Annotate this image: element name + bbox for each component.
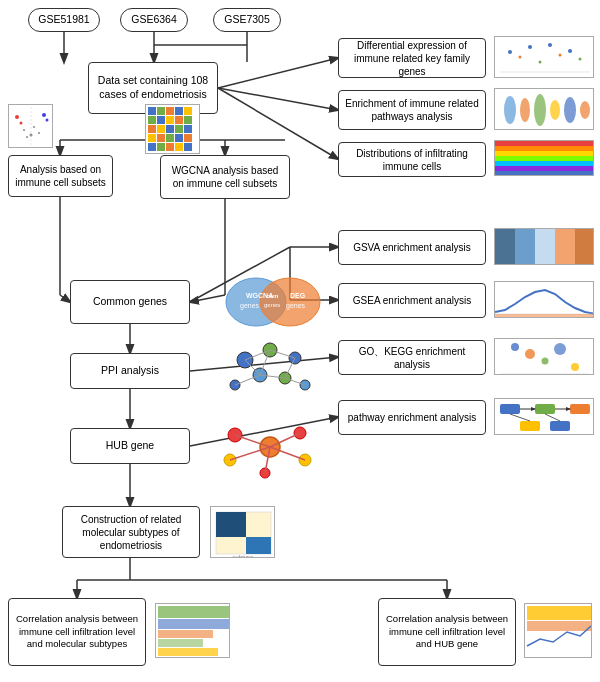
molecular-subtypes-box: Construction of related molecular subtyp… xyxy=(62,506,200,558)
svg-rect-102 xyxy=(246,537,271,554)
wgcna-thumb xyxy=(145,104,200,154)
gsva-box: GSVA enrichment analysis xyxy=(338,230,486,265)
volcano-thumb xyxy=(8,104,53,148)
svg-text:genes: genes xyxy=(240,302,260,310)
svg-rect-108 xyxy=(158,639,203,647)
svg-rect-46 xyxy=(157,116,165,124)
svg-point-30 xyxy=(15,115,19,119)
go-kegg-thumb xyxy=(494,338,594,375)
svg-rect-42 xyxy=(166,107,174,115)
svg-rect-62 xyxy=(166,143,174,151)
svg-point-35 xyxy=(33,126,35,128)
corr-mol-thumb xyxy=(155,603,230,658)
svg-rect-57 xyxy=(166,134,174,142)
svg-rect-59 xyxy=(184,134,192,142)
gsva-thumb xyxy=(494,228,594,265)
svg-point-148 xyxy=(511,343,519,351)
corr-hub-thumb xyxy=(524,603,592,658)
svg-rect-142 xyxy=(555,229,575,265)
svg-rect-156 xyxy=(535,404,555,414)
svg-rect-47 xyxy=(166,116,174,124)
svg-rect-53 xyxy=(175,125,183,133)
svg-point-149 xyxy=(525,349,535,359)
svg-line-12 xyxy=(60,295,70,302)
svg-rect-109 xyxy=(158,648,218,656)
svg-point-116 xyxy=(528,45,532,49)
svg-rect-61 xyxy=(157,143,165,151)
svg-rect-112 xyxy=(527,621,591,631)
svg-line-10 xyxy=(218,88,338,159)
svg-rect-155 xyxy=(500,404,520,414)
pathway-thumb xyxy=(494,398,594,435)
immune-analysis-box: Analysis based on immune cell subsets xyxy=(8,155,113,197)
svg-line-9 xyxy=(218,88,338,110)
svg-point-129 xyxy=(580,101,590,119)
svg-text:genes: genes xyxy=(264,302,280,308)
svg-rect-146 xyxy=(495,314,594,318)
svg-rect-135 xyxy=(495,161,594,166)
hub-network xyxy=(210,415,330,480)
svg-point-118 xyxy=(548,43,552,47)
svg-rect-140 xyxy=(515,229,535,265)
ppi-network xyxy=(215,340,325,402)
svg-point-117 xyxy=(539,61,542,64)
svg-point-150 xyxy=(542,358,549,365)
hub-gene-box: HUB gene xyxy=(70,428,190,464)
svg-text:com: com xyxy=(266,293,278,299)
dist-infiltrating-box: Distributions of infiltrating immune cel… xyxy=(338,142,486,177)
svg-rect-44 xyxy=(184,107,192,115)
svg-point-115 xyxy=(519,56,522,59)
diagram-container: GSE51981 GSE6364 GSE7305 Data set contai… xyxy=(0,0,600,682)
svg-text:DEG: DEG xyxy=(290,292,306,299)
svg-point-114 xyxy=(508,50,512,54)
gse7305-box: GSE7305 xyxy=(213,8,281,32)
svg-point-32 xyxy=(42,113,46,117)
svg-rect-134 xyxy=(495,156,594,161)
svg-rect-55 xyxy=(148,134,156,142)
svg-text:genes: genes xyxy=(286,302,306,310)
svg-rect-60 xyxy=(148,143,156,151)
svg-rect-43 xyxy=(175,107,183,115)
svg-rect-63 xyxy=(175,143,183,151)
svg-rect-48 xyxy=(175,116,183,124)
gsea-box: GSEA enrichment analysis xyxy=(338,283,486,318)
svg-rect-136 xyxy=(495,166,594,171)
svg-rect-158 xyxy=(520,421,540,431)
svg-rect-131 xyxy=(495,141,594,146)
enrichment-thumb xyxy=(494,88,594,130)
svg-point-36 xyxy=(38,132,40,134)
common-genes-box: Common genes xyxy=(70,280,190,324)
svg-line-8 xyxy=(218,58,338,88)
svg-rect-141 xyxy=(535,229,555,265)
gsea-thumb xyxy=(494,281,594,318)
svg-point-121 xyxy=(579,58,582,61)
svg-rect-50 xyxy=(148,125,156,133)
corr-immune-mol-box: Correlation analysis between immune cell… xyxy=(8,598,146,666)
svg-point-125 xyxy=(520,98,530,122)
svg-point-33 xyxy=(46,119,49,122)
corr-immune-hub-box: Correlation analysis between immune cell… xyxy=(378,598,516,666)
svg-point-34 xyxy=(23,129,25,131)
svg-rect-54 xyxy=(184,125,192,133)
svg-rect-40 xyxy=(148,107,156,115)
go-kegg-box: GO、KEGG enrichment analysis xyxy=(338,340,486,375)
svg-point-127 xyxy=(550,100,560,120)
svg-point-119 xyxy=(559,54,562,57)
svg-rect-64 xyxy=(184,143,192,151)
svg-rect-157 xyxy=(570,404,590,414)
svg-rect-106 xyxy=(158,619,229,629)
ppi-box: PPI analysis xyxy=(70,353,190,389)
enrichment-immune-box: Enrichment of immune related pathways an… xyxy=(338,90,486,130)
svg-rect-139 xyxy=(495,229,515,265)
svg-rect-137 xyxy=(495,171,594,176)
svg-rect-101 xyxy=(216,512,246,537)
svg-point-152 xyxy=(571,363,579,371)
svg-point-126 xyxy=(534,94,546,126)
svg-rect-144 xyxy=(495,282,594,318)
svg-rect-41 xyxy=(157,107,165,115)
svg-rect-56 xyxy=(157,134,165,142)
svg-rect-143 xyxy=(575,229,594,265)
svg-rect-107 xyxy=(158,630,213,638)
pathway-box: pathway enrichment analysis xyxy=(338,400,486,435)
svg-rect-111 xyxy=(527,606,591,620)
